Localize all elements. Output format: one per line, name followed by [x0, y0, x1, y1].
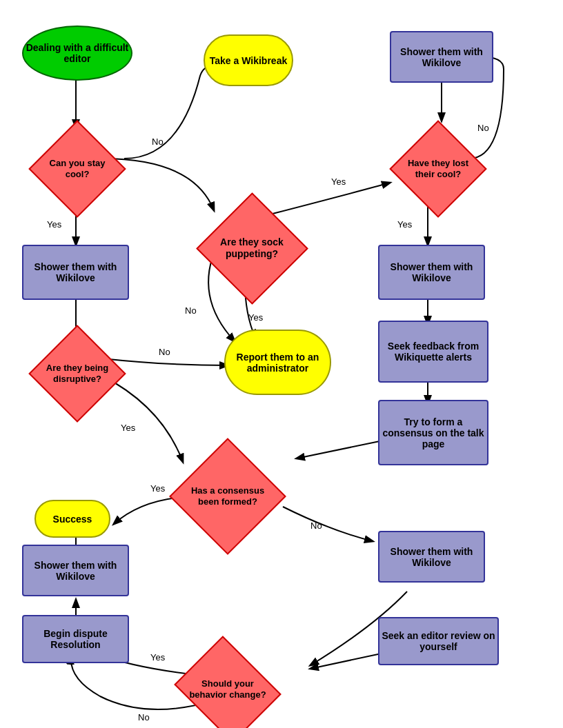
success-label: Success — [53, 514, 92, 525]
wikilove-right-node: Shower them with Wikilove — [378, 245, 485, 300]
wikilove-left-node: Shower them with Wikilove — [22, 245, 129, 300]
cool-diamond: Can you stay cool? — [29, 121, 126, 217]
svg-text:No: No — [159, 347, 170, 357]
wikibreak-label: Take a Wikibreak — [210, 55, 287, 66]
sock-diamond: Are they sock puppeting? — [197, 193, 307, 303]
svg-line-13 — [297, 440, 386, 458]
svg-text:Yes: Yes — [397, 219, 413, 230]
talk-page-node: Try to form a consensus on the talk page — [378, 400, 488, 465]
begin-dispute-label: Begin dispute Resolution — [23, 628, 128, 650]
wikilove-bottom-node: Shower them with Wikilove — [22, 545, 129, 596]
wikilove-top-label: Shower them with Wikilove — [391, 46, 492, 68]
wikilove-mid-label: Shower them with Wikilove — [379, 546, 484, 568]
wikilove-mid-node: Shower them with Wikilove — [378, 531, 485, 583]
start-label: Dealing with a difficult editor — [23, 42, 131, 64]
svg-text:No: No — [152, 136, 164, 147]
wikilove-top-node: Shower them with Wikilove — [390, 31, 493, 83]
svg-text:No: No — [138, 712, 150, 722]
success-node: Success — [34, 500, 110, 538]
svg-text:Yes: Yes — [248, 312, 264, 323]
svg-text:Yes: Yes — [47, 219, 62, 230]
consensus-formed-diamond: Has a consensus been formed? — [169, 438, 286, 555]
lost-cool-label: Have they lost their cool? — [406, 158, 471, 179]
report-node: Report them to an administrator — [224, 330, 331, 395]
consensus-formed-label: Has a consensus been formed? — [188, 485, 268, 507]
wikilove-left-label: Shower them with Wikilove — [23, 261, 128, 283]
wikibreak-node: Take a Wikibreak — [204, 34, 293, 86]
cool-label: Can you stay cool? — [45, 158, 110, 179]
svg-text:No: No — [185, 305, 197, 316]
begin-dispute-node: Begin dispute Resolution — [22, 615, 129, 663]
svg-text:Yes: Yes — [331, 176, 346, 187]
svg-text:Yes: Yes — [150, 652, 166, 663]
svg-text:Yes: Yes — [121, 423, 136, 433]
feedback-label: Seek feedback from Wikiquette alerts — [379, 341, 487, 363]
behavior-diamond: Should your behavior change? — [169, 641, 286, 728]
disruptive-label: Are they being disruptive? — [45, 363, 110, 384]
talk-page-label: Try to form a consensus on the talk page — [379, 416, 487, 449]
sock-label: Are they sock puppeting? — [214, 236, 290, 260]
wikilove-right-label: Shower them with Wikilove — [379, 261, 484, 283]
editor-review-label: Seek an editor review on yourself — [379, 630, 497, 652]
behavior-label: Should your behavior change? — [188, 678, 268, 700]
feedback-node: Seek feedback from Wikiquette alerts — [378, 321, 488, 383]
editor-review-node: Seek an editor review on yourself — [378, 617, 499, 665]
svg-text:Yes: Yes — [150, 483, 166, 494]
disruptive-diamond: Are they being disruptive? — [29, 325, 126, 422]
lost-cool-diamond: Have they lost their cool? — [390, 121, 486, 217]
wikilove-bottom-label: Shower them with Wikilove — [23, 560, 128, 582]
start-node: Dealing with a difficult editor — [22, 26, 132, 81]
svg-text:No: No — [310, 520, 322, 531]
report-label: Report them to an administrator — [226, 352, 330, 374]
